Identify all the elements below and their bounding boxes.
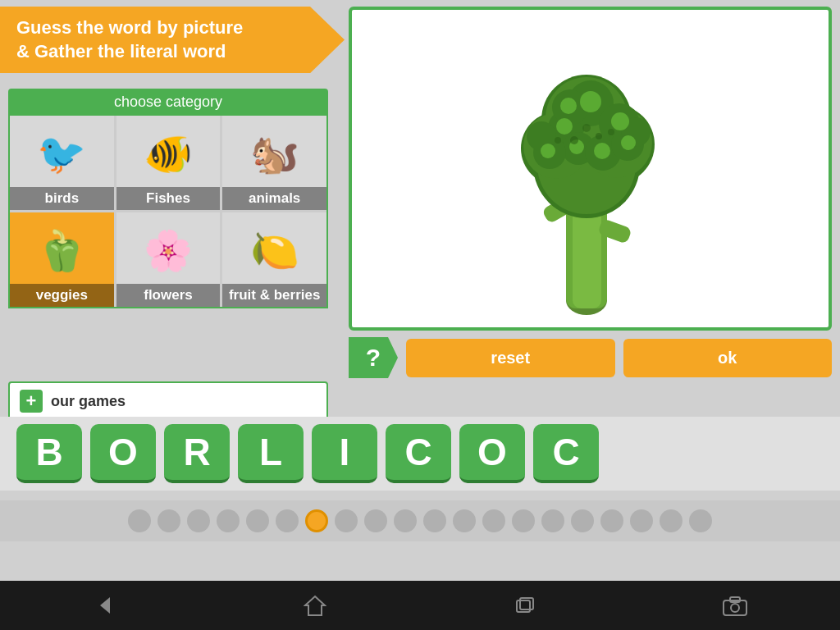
svg-point-33 — [582, 124, 591, 132]
svg-marker-36 — [100, 597, 110, 614]
svg-point-30 — [621, 135, 636, 150]
dot-4[interactable] — [246, 509, 269, 532]
birds-label: birds — [10, 187, 114, 210]
veggies-label: veggies — [10, 284, 114, 307]
dot-2[interactable] — [187, 509, 210, 532]
our-games-label: our games — [51, 393, 126, 410]
category-fruit[interactable]: 🍋 fruit & berries — [222, 212, 326, 307]
letter-tile-7[interactable]: C — [533, 424, 599, 483]
svg-point-24 — [580, 91, 601, 112]
title-line2: & Gather the literal word — [16, 40, 304, 64]
svg-marker-37 — [305, 596, 325, 615]
dot-14[interactable] — [541, 509, 564, 532]
letter-tiles-row: BORLICOC — [0, 417, 840, 491]
dot-3[interactable] — [217, 509, 240, 532]
game-container: Guess the word by picture & Gather the l… — [0, 0, 840, 630]
home-button[interactable] — [299, 589, 331, 622]
fishes-label: Fishes — [116, 187, 221, 210]
category-section: choose category 🐦 birds 🐠 Fishes 🐿️ anim… — [8, 89, 328, 308]
letter-tile-5[interactable]: C — [386, 424, 451, 483]
category-header: choose category — [8, 89, 328, 116]
category-fishes[interactable]: 🐠 Fishes — [116, 116, 221, 210]
image-frame — [349, 7, 832, 331]
svg-point-31 — [570, 136, 578, 144]
dot-12[interactable] — [482, 509, 505, 532]
birds-icon: 🐦 — [10, 121, 114, 187]
fishes-icon: 🐠 — [116, 121, 221, 187]
letter-tile-1[interactable]: O — [90, 424, 156, 483]
letter-tile-3[interactable]: L — [238, 424, 304, 483]
right-panel: ? reset ok — [349, 7, 832, 376]
dot-9[interactable] — [394, 509, 417, 532]
category-animals[interactable]: 🐿️ animals — [222, 116, 326, 210]
title-banner: Guess the word by picture & Gather the l… — [0, 7, 345, 73]
dot-1[interactable] — [158, 509, 180, 532]
dot-19[interactable] — [689, 509, 712, 532]
category-grid: 🐦 birds 🐠 Fishes 🐿️ animals 🫑 veggies 🌸 — [8, 116, 328, 308]
svg-point-41 — [731, 604, 739, 612]
dot-5[interactable] — [276, 509, 299, 532]
fruit-icon: 🍋 — [222, 218, 326, 284]
animals-label: animals — [222, 187, 326, 210]
animals-icon: 🐿️ — [222, 121, 326, 187]
veggies-icon: 🫑 — [10, 218, 114, 284]
plus-icon: + — [20, 390, 43, 413]
hint-button[interactable]: ? — [349, 337, 398, 378]
letter-tile-6[interactable]: O — [459, 424, 525, 483]
flowers-icon: 🌸 — [116, 218, 221, 284]
camera-button[interactable] — [719, 589, 751, 622]
fruit-label: fruit & berries — [222, 284, 326, 307]
letter-tile-0[interactable]: B — [16, 424, 82, 483]
svg-point-32 — [596, 133, 602, 139]
dot-18[interactable] — [660, 509, 682, 532]
nav-bar — [0, 581, 840, 630]
svg-point-29 — [560, 98, 577, 114]
svg-point-25 — [611, 112, 629, 130]
letter-tile-4[interactable]: I — [312, 424, 377, 483]
broccoli-image — [352, 10, 829, 327]
dot-17[interactable] — [630, 509, 653, 532]
reset-button[interactable]: reset — [406, 339, 615, 377]
dots-row — [0, 500, 840, 541]
flowers-label: flowers — [116, 284, 221, 307]
title-line1: Guess the word by picture — [16, 16, 304, 40]
broccoli-svg — [459, 21, 722, 317]
dot-0[interactable] — [128, 509, 151, 532]
svg-point-23 — [556, 118, 573, 135]
dot-6[interactable] — [305, 509, 328, 532]
svg-point-27 — [594, 143, 610, 159]
svg-point-35 — [555, 137, 561, 144]
dot-16[interactable] — [600, 509, 623, 532]
category-birds[interactable]: 🐦 birds — [10, 116, 114, 210]
svg-point-34 — [608, 129, 614, 135]
dot-7[interactable] — [335, 509, 358, 532]
dot-10[interactable] — [423, 509, 446, 532]
our-games-button[interactable]: + our games — [8, 381, 328, 421]
letter-tile-2[interactable]: R — [164, 424, 230, 483]
dot-11[interactable] — [453, 509, 476, 532]
back-button[interactable] — [89, 589, 121, 622]
dot-8[interactable] — [364, 509, 387, 532]
ok-button[interactable]: ok — [623, 339, 833, 377]
svg-point-28 — [541, 144, 555, 158]
recents-button[interactable] — [509, 589, 541, 622]
right-controls: ? reset ok — [349, 337, 832, 378]
category-veggies[interactable]: 🫑 veggies — [10, 212, 114, 307]
dot-15[interactable] — [571, 509, 594, 532]
category-flowers[interactable]: 🌸 flowers — [116, 212, 221, 307]
dot-13[interactable] — [512, 509, 535, 532]
